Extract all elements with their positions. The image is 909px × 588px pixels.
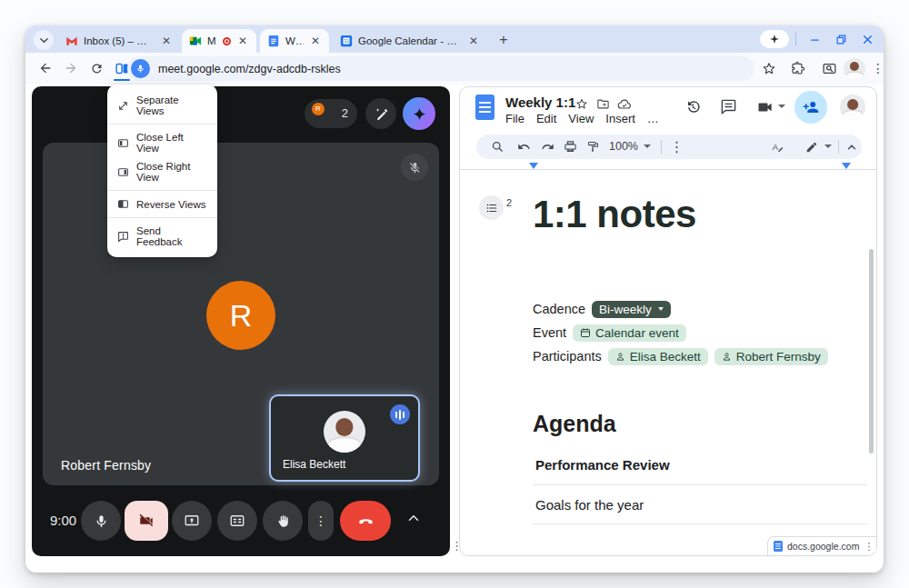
minimize-button[interactable]: [805, 30, 824, 48]
participant-chip[interactable]: Elisa Beckett: [608, 348, 708, 365]
docs-profile-avatar[interactable]: [840, 95, 865, 120]
reload-button[interactable]: [85, 57, 107, 79]
menu-insert[interactable]: Insert: [605, 112, 635, 125]
tab-title: Google Calendar - week of: [358, 35, 462, 46]
gemini-button[interactable]: [403, 97, 435, 130]
back-button[interactable]: [35, 57, 56, 79]
extensions-button[interactable]: [787, 57, 809, 79]
bookmark-button[interactable]: [758, 57, 780, 79]
svg-text:31: 31: [344, 38, 349, 44]
right-indent-marker[interactable]: [842, 163, 851, 169]
join-call-button[interactable]: [756, 98, 774, 120]
browser-toolbar: meet.google.com/zdgv-adcdb-rskles ⋮: [25, 53, 884, 85]
puzzle-icon: [791, 61, 805, 75]
participants-button[interactable]: R 2: [305, 99, 357, 128]
site-info-button[interactable]: [131, 59, 150, 78]
left-indent-marker[interactable]: [529, 163, 538, 169]
redo-button[interactable]: [540, 139, 555, 154]
tab-close-icon[interactable]: ✕: [467, 35, 480, 47]
browser-menu-button[interactable]: ⋮: [867, 57, 889, 79]
pip-video-tile[interactable]: Elisa Beckett: [269, 394, 420, 482]
docs-icon: [267, 35, 280, 47]
join-call-caret-icon[interactable]: [778, 105, 785, 108]
zoom-select[interactable]: 100%: [609, 140, 638, 153]
calendar-icon: [580, 327, 591, 338]
spelling-suggestions-button[interactable]: A: [769, 139, 784, 154]
site-badge-menu[interactable]: ⋮: [864, 541, 874, 553]
address-bar[interactable]: meet.google.com/zdgv-adcdb-rskles: [127, 56, 754, 81]
participant-name: Elisa Beckett: [630, 350, 701, 364]
more-options-button[interactable]: ⋮: [308, 501, 334, 541]
cloud-saved-icon: [617, 97, 632, 112]
chevron-up-icon: [405, 510, 422, 526]
present-button[interactable]: [172, 501, 212, 541]
event-label[interactable]: Event: [533, 325, 566, 340]
menu-item-reverse-views[interactable]: Reverse Views: [107, 194, 217, 214]
end-call-button[interactable]: [340, 501, 391, 541]
editing-mode-button[interactable]: [804, 139, 819, 154]
captions-icon: [229, 513, 245, 529]
tab-strip: Inbox (5) – Gmail ✕ Meet - ✕ Weekly 1 ✕ …: [25, 25, 884, 53]
undo-button[interactable]: [516, 139, 532, 154]
site-badge[interactable]: docs.google.com ⋮: [767, 536, 876, 555]
main-video-tile[interactable]: R Robert Fernsby Elisa Beckett: [43, 143, 439, 485]
menu-view[interactable]: View: [568, 112, 594, 125]
profile-avatar[interactable]: [844, 58, 865, 80]
tab-close-icon[interactable]: ✕: [309, 35, 322, 47]
document-title[interactable]: Weekly 1:1: [505, 95, 575, 110]
toolbar-overflow-button[interactable]: ⋮: [669, 139, 684, 154]
new-tab-button[interactable]: +: [494, 31, 513, 49]
tab-close-icon[interactable]: ✕: [236, 35, 249, 47]
calendar-event-chip[interactable]: Calendar event: [573, 324, 686, 342]
tab-docs[interactable]: Weekly 1 ✕: [260, 29, 329, 53]
menu-item-separate-views[interactable]: Separate Views: [107, 91, 217, 120]
print-button[interactable]: [563, 139, 578, 154]
pip-participant-name: Elisa Beckett: [283, 458, 345, 471]
cadence-dropdown-chip[interactable]: Bi-weekly: [592, 301, 671, 318]
tab-calendar[interactable]: 31 Google Calendar - week of ✕: [333, 29, 487, 53]
menu-edit[interactable]: Edit: [536, 112, 556, 125]
forward-button[interactable]: [60, 57, 82, 79]
raise-hand-button[interactable]: [263, 501, 303, 541]
mic-off-icon: [408, 161, 422, 174]
captions-button[interactable]: [217, 501, 257, 541]
sparkle-button[interactable]: [760, 30, 789, 48]
search-tabs-button[interactable]: [818, 57, 840, 79]
mic-button[interactable]: [81, 501, 121, 541]
pencil-sparkle-icon: [374, 106, 389, 122]
menu-item-close-right-view[interactable]: Close Right View: [107, 157, 217, 186]
close-window-button[interactable]: [858, 30, 876, 48]
tab-close-icon[interactable]: ✕: [160, 35, 173, 47]
menu-overflow[interactable]: …: [647, 112, 659, 125]
event-value: Calendar event: [595, 326, 679, 340]
participants-label[interactable]: Participants: [533, 349, 602, 364]
cadence-label[interactable]: Cadence: [533, 302, 585, 316]
annotate-button[interactable]: [365, 98, 396, 129]
menu-item-close-left-view[interactable]: Close Left View: [107, 128, 217, 157]
doc-heading[interactable]: 1:1 notes: [533, 193, 696, 236]
tab-meet[interactable]: Meet - ✕: [182, 29, 256, 53]
agenda-item[interactable]: Goals for the year: [535, 497, 644, 513]
search-menus-button[interactable]: [490, 139, 505, 154]
participant-chip[interactable]: Robert Fernsby: [714, 348, 828, 365]
menu-item-send-feedback[interactable]: Send Feedback: [107, 222, 217, 251]
agenda-heading[interactable]: Agenda: [533, 411, 616, 437]
tabs-outline-button[interactable]: [479, 195, 504, 220]
camera-off-button[interactable]: [125, 501, 168, 541]
agenda-item[interactable]: Performance Review: [535, 457, 670, 473]
version-history-button[interactable]: [684, 98, 702, 119]
close-right-view-icon: [117, 166, 129, 178]
divider: [838, 140, 839, 154]
menu-file[interactable]: File: [505, 112, 524, 125]
hide-menus-button[interactable]: [844, 139, 859, 154]
participants-row: Participants Elisa Beckett Robert Fernsb…: [533, 346, 828, 366]
controls-expand-button[interactable]: [405, 510, 422, 530]
tab-search-button[interactable]: [34, 30, 54, 50]
paint-format-button[interactable]: [585, 139, 601, 154]
scrollbar[interactable]: [869, 249, 874, 453]
tab-title: Weekly 1: [285, 35, 304, 46]
comments-button[interactable]: [720, 98, 737, 119]
share-button[interactable]: [794, 91, 827, 124]
tab-gmail[interactable]: Inbox (5) – Gmail ✕: [58, 29, 180, 53]
restore-button[interactable]: [832, 30, 850, 48]
